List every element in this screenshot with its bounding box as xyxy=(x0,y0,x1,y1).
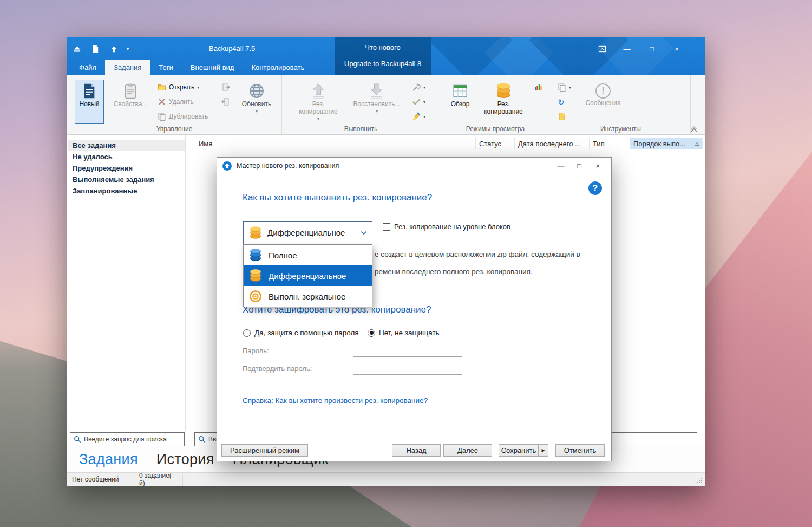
backup-type-combobox[interactable]: Дифференциальное xyxy=(243,221,372,244)
scheduler-tool-button[interactable]: ↻ xyxy=(556,95,570,108)
import-button[interactable] xyxy=(220,95,234,108)
help-link[interactable]: Справка: Как вы хотите произвести рез. к… xyxy=(243,396,428,405)
encrypt-yes-radio[interactable]: Да, защита с помощью пароля xyxy=(243,329,359,337)
maximize-icon[interactable]: □ xyxy=(639,37,664,60)
statistics-view-button[interactable] xyxy=(532,81,546,94)
whats-new-tab[interactable]: Что нового Upgrade to Backup4all 8 xyxy=(335,37,431,75)
option-mirror-backup[interactable]: Выполн. зеркальное xyxy=(244,286,372,307)
properties-button[interactable]: Свойства... xyxy=(110,80,150,124)
tab-file[interactable]: Файл xyxy=(70,60,105,75)
help-icon[interactable]: ? xyxy=(588,181,602,195)
sidebar-item-scheduled[interactable]: Запланированные xyxy=(68,185,185,197)
cleanup-dropdown-icon[interactable]: ▾ xyxy=(423,114,425,119)
next-button[interactable]: Далее xyxy=(443,444,492,457)
qat-customize-icon[interactable]: ▾ xyxy=(127,47,129,51)
upgrade-link[interactable]: Upgrade to Backup4all 8 xyxy=(335,60,431,68)
checkbox-unchecked-icon[interactable] xyxy=(383,223,390,231)
validate-button[interactable]: ▾ xyxy=(410,95,434,108)
advanced-mode-button[interactable]: Расширенный режим xyxy=(221,444,308,457)
ribbon-display-options-icon[interactable] xyxy=(590,37,614,60)
validate-dropdown-icon[interactable]: ▾ xyxy=(423,100,425,105)
duplicate-label: Дублировать xyxy=(169,113,208,120)
cleanup-button[interactable]: ▾ xyxy=(410,110,434,123)
new-task-label: Новый xyxy=(79,101,99,108)
exclamation-icon: ! xyxy=(595,83,611,99)
dialog-minimize-icon[interactable]: — xyxy=(552,159,570,173)
sidebar-item-running[interactable]: Выполняемые задания xyxy=(68,174,185,185)
ribbon-group-tools: ▾ ↻ ! Сообщения Инструменты xyxy=(551,75,691,134)
back-button[interactable]: Назад xyxy=(392,444,441,457)
save-split-arrow-icon[interactable]: ▶ xyxy=(538,444,548,457)
backup-view-button[interactable]: Рез. копирование xyxy=(479,80,528,124)
radio-unchecked-icon[interactable] xyxy=(243,329,251,337)
duplicate-button[interactable]: Дублировать xyxy=(156,110,219,123)
qat-up-arrow-icon[interactable] xyxy=(108,43,119,54)
minimize-icon[interactable]: — xyxy=(614,37,639,60)
run-backup-button[interactable]: Рез. копирование ▾ xyxy=(294,80,342,124)
chevron-down-icon[interactable] xyxy=(361,231,367,235)
run-backup-dropdown-icon[interactable]: ▾ xyxy=(317,116,319,121)
view-tab-tasks[interactable]: Задания xyxy=(79,451,138,468)
refresh-button[interactable]: Обновить ▾ xyxy=(238,80,275,124)
sidebar-item-failed[interactable]: Не удалось xyxy=(68,151,185,162)
open-folder-icon xyxy=(158,83,166,92)
qat-backup-icon[interactable] xyxy=(71,43,82,54)
properties-icon xyxy=(122,82,139,100)
tab-monitor[interactable]: Контролировать xyxy=(243,60,313,75)
sort-ascending-icon: △ xyxy=(695,141,699,146)
export-button[interactable] xyxy=(220,81,234,94)
sidebar-search-input[interactable] xyxy=(84,435,181,443)
copy-tool-button[interactable]: ▾ xyxy=(556,81,575,94)
option-full-backup[interactable]: Полное xyxy=(244,245,372,265)
copy-tool-dropdown-icon[interactable]: ▾ xyxy=(569,85,571,90)
view-tab-history[interactable]: История xyxy=(156,451,214,468)
status-task-count: 0 задание(-й) xyxy=(134,473,183,486)
delete-button[interactable]: Удалить xyxy=(156,95,219,108)
tab-tags[interactable]: Теги xyxy=(150,60,181,75)
qat-new-document-icon[interactable] xyxy=(90,43,101,54)
restore-button[interactable]: Восстановить... ▾ xyxy=(348,80,406,124)
messages-button[interactable]: ! Сообщения xyxy=(578,80,628,124)
resize-grip[interactable] xyxy=(701,482,702,483)
test-button[interactable]: ▾ xyxy=(410,81,434,94)
encrypt-no-label: Нет, не защищать xyxy=(379,329,440,337)
option-differential-backup[interactable]: Дифференциальное xyxy=(244,265,372,286)
column-header-order[interactable]: Порядок выпо... △ xyxy=(630,138,703,149)
new-backup-wizard-dialog: Мастер нового рез. копирования — □ × ? К… xyxy=(217,157,612,461)
new-task-button[interactable]: Новый xyxy=(75,80,104,124)
wrench-icon xyxy=(412,83,421,92)
restore-dropdown-icon[interactable]: ▾ xyxy=(376,109,378,114)
open-dropdown-icon[interactable]: ▾ xyxy=(197,85,199,90)
orange-coins-icon xyxy=(495,82,512,100)
confirm-password-field[interactable] xyxy=(353,362,462,375)
cancel-button[interactable]: Отменить xyxy=(555,444,605,457)
collapse-ribbon-icon[interactable] xyxy=(690,125,698,132)
column-header-last-date[interactable]: Дата последнего ... xyxy=(515,138,590,149)
title-area: ▾ Backup4all 7.5 — □ × Файл Задания Теги… xyxy=(67,37,705,75)
test-dropdown-icon[interactable]: ▾ xyxy=(423,85,425,90)
save-button[interactable]: Сохранить xyxy=(499,444,539,457)
delete-icon xyxy=(158,97,166,106)
sidebar-item-warnings[interactable]: Предупреждения xyxy=(68,162,185,174)
column-header-type[interactable]: Тип xyxy=(590,138,630,149)
log-file-button[interactable] xyxy=(556,110,570,123)
orange-coins-icon xyxy=(248,269,263,283)
password-field[interactable] xyxy=(353,344,462,357)
ribbon: Новый Свойства... Открыть ▾ Удалить xyxy=(67,75,705,135)
dialog-maximize-icon[interactable]: □ xyxy=(570,159,588,173)
column-header-status[interactable]: Статус xyxy=(476,138,515,149)
tab-tasks[interactable]: Задания xyxy=(105,60,150,75)
open-button[interactable]: Открыть ▾ xyxy=(156,81,219,94)
close-icon[interactable]: × xyxy=(664,37,689,60)
dialog-close-icon[interactable]: × xyxy=(588,159,607,173)
sidebar-item-all-tasks[interactable]: Все задания xyxy=(68,140,185,151)
option-label: Дифференциальное xyxy=(269,271,346,281)
explore-view-button[interactable]: Обзор xyxy=(445,80,475,124)
refresh-dropdown-icon[interactable]: ▾ xyxy=(256,109,258,114)
tab-appearance[interactable]: Внешний вид xyxy=(182,60,243,75)
encrypt-no-radio[interactable]: Нет, не защищать xyxy=(368,329,440,337)
option-label: Полное xyxy=(269,251,297,260)
radio-checked-icon[interactable] xyxy=(368,329,375,337)
column-header-name[interactable]: Имя xyxy=(186,138,476,149)
block-level-checkbox[interactable]: Рез. копирование на уровне блоков xyxy=(383,223,510,231)
